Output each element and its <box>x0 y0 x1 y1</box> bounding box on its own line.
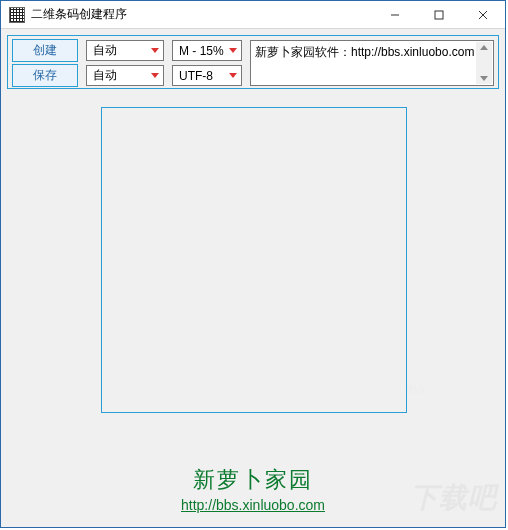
app-window: 二维条码创建程序 xiazaiba 创建 保存 自动 M - 15% <box>0 0 506 528</box>
window-controls <box>373 1 505 28</box>
brand-link[interactable]: http://bbs.xinluobo.com <box>181 497 325 513</box>
app-icon <box>9 7 25 23</box>
mode-select-1-value: 自动 <box>93 42 117 59</box>
mode-select-2-value: 自动 <box>93 67 117 84</box>
error-correction-value: M - 15% <box>179 44 224 58</box>
maximize-button[interactable] <box>417 1 461 28</box>
save-button[interactable]: 保存 <box>12 64 78 87</box>
mode-select-2[interactable]: 自动 <box>86 65 164 86</box>
qr-preview-canvas <box>101 107 407 413</box>
close-button[interactable] <box>461 1 505 28</box>
brand-name: 新萝卜家园 <box>1 465 505 495</box>
chevron-down-icon <box>151 73 159 78</box>
textarea-scrollbar[interactable] <box>476 42 492 84</box>
content-input-text: 新萝卜家园软件：http://bbs.xinluobo.com <box>255 45 474 59</box>
content-input[interactable]: 新萝卜家园软件：http://bbs.xinluobo.com <box>250 40 494 86</box>
encoding-value: UTF-8 <box>179 69 213 83</box>
chevron-down-icon <box>151 48 159 53</box>
create-button[interactable]: 创建 <box>12 39 78 62</box>
toolbar: 创建 保存 自动 M - 15% 自动 UTF-8 新萝卜家园软件：http:/… <box>7 35 499 89</box>
window-title: 二维条码创建程序 <box>31 6 373 23</box>
svg-rect-1 <box>435 11 443 19</box>
scroll-up-icon <box>480 45 488 50</box>
scroll-down-icon <box>480 76 488 81</box>
titlebar[interactable]: 二维条码创建程序 <box>1 1 505 29</box>
footer: 新萝卜家园 http://bbs.xinluobo.com <box>1 465 505 513</box>
minimize-button[interactable] <box>373 1 417 28</box>
chevron-down-icon <box>229 48 237 53</box>
error-correction-select[interactable]: M - 15% <box>172 40 242 61</box>
encoding-select[interactable]: UTF-8 <box>172 65 242 86</box>
chevron-down-icon <box>229 73 237 78</box>
content-area: xiazaiba 创建 保存 自动 M - 15% 自动 UTF-8 新萝 <box>1 29 505 527</box>
mode-select-1[interactable]: 自动 <box>86 40 164 61</box>
